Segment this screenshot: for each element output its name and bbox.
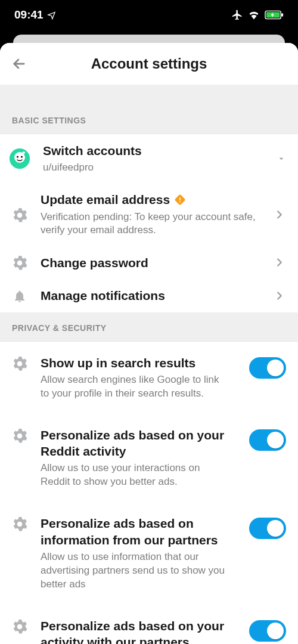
back-button[interactable] bbox=[8, 53, 30, 75]
switch-accounts-row[interactable]: Switch accounts u/uifeedpro bbox=[0, 134, 298, 183]
update-email-title: Update email address bbox=[41, 191, 170, 208]
search-results-title: Show up in search results bbox=[41, 355, 232, 371]
ads-partners-toggle[interactable] bbox=[249, 518, 286, 539]
svg-point-5 bbox=[17, 156, 18, 158]
switch-accounts-sub: u/uifeedpro bbox=[43, 161, 263, 175]
svg-rect-2 bbox=[281, 13, 283, 17]
caret-down-icon bbox=[277, 154, 286, 163]
gear-icon bbox=[12, 428, 27, 444]
manage-notifications-row[interactable]: Manage notifications bbox=[0, 279, 298, 312]
bell-icon bbox=[13, 289, 27, 304]
ads-partners-title: Personalize ads based on information fro… bbox=[41, 515, 232, 548]
gear-icon bbox=[12, 255, 27, 271]
page-title: Account settings bbox=[91, 55, 207, 72]
chevron-right-icon bbox=[273, 256, 286, 269]
svg-rect-9 bbox=[179, 197, 181, 200]
search-results-row: Show up in search results Allow search e… bbox=[0, 342, 298, 414]
ads-partner-activity-row: Personalize ads based on your activity w… bbox=[0, 605, 298, 644]
status-time: 09:41 bbox=[14, 8, 44, 21]
airplane-icon bbox=[231, 9, 243, 21]
svg-point-6 bbox=[21, 156, 23, 158]
ads-reddit-activity-sub: Allow us to use your interactions on Red… bbox=[41, 462, 225, 489]
section-header-privacy: PRIVACY & SECURITY bbox=[0, 312, 298, 341]
wifi-icon bbox=[248, 10, 260, 20]
gear-icon bbox=[12, 208, 27, 223]
ads-partner-activity-toggle[interactable] bbox=[249, 620, 286, 642]
update-email-sub: Verification pending: To keep your accou… bbox=[41, 210, 260, 238]
svg-point-10 bbox=[179, 201, 181, 202]
ads-reddit-activity-toggle[interactable] bbox=[249, 429, 286, 451]
update-email-row[interactable]: Update email address Verification pendin… bbox=[0, 183, 298, 246]
status-bar: 09:41 bbox=[0, 0, 298, 30]
search-results-sub: Allow search engines like Google to link… bbox=[41, 373, 225, 401]
change-password-title: Change password bbox=[41, 255, 260, 271]
content-scroll[interactable]: BASIC SETTINGS Switch accounts u/uifeedp… bbox=[0, 85, 298, 644]
change-password-row[interactable]: Change password bbox=[0, 246, 298, 279]
manage-notifications-title: Manage notifications bbox=[41, 287, 260, 304]
warning-icon bbox=[175, 194, 185, 205]
chevron-right-icon bbox=[273, 289, 286, 302]
ads-partners-row: Personalize ads based on information fro… bbox=[0, 502, 298, 604]
ads-partner-activity-title: Personalize ads based on your activity w… bbox=[41, 618, 232, 644]
ads-reddit-activity-row: Personalize ads based on your Reddit act… bbox=[0, 414, 298, 502]
back-arrow-icon bbox=[11, 55, 27, 72]
gear-icon bbox=[12, 516, 27, 532]
chevron-right-icon bbox=[273, 208, 286, 221]
settings-sheet: Account settings BASIC SETTINGS Switch a… bbox=[0, 43, 298, 644]
ads-reddit-activity-title: Personalize ads based on your Reddit act… bbox=[41, 427, 232, 460]
header: Account settings bbox=[0, 43, 298, 85]
gear-icon bbox=[12, 619, 27, 634]
search-results-toggle[interactable] bbox=[249, 357, 286, 379]
ads-partners-sub: Allow us to use information that our adv… bbox=[41, 550, 225, 592]
gear-icon bbox=[12, 356, 27, 371]
battery-icon bbox=[265, 10, 284, 20]
section-header-basic: BASIC SETTINGS bbox=[0, 85, 298, 134]
avatar bbox=[10, 148, 30, 169]
location-icon bbox=[47, 11, 56, 20]
switch-accounts-title: Switch accounts bbox=[43, 143, 263, 159]
